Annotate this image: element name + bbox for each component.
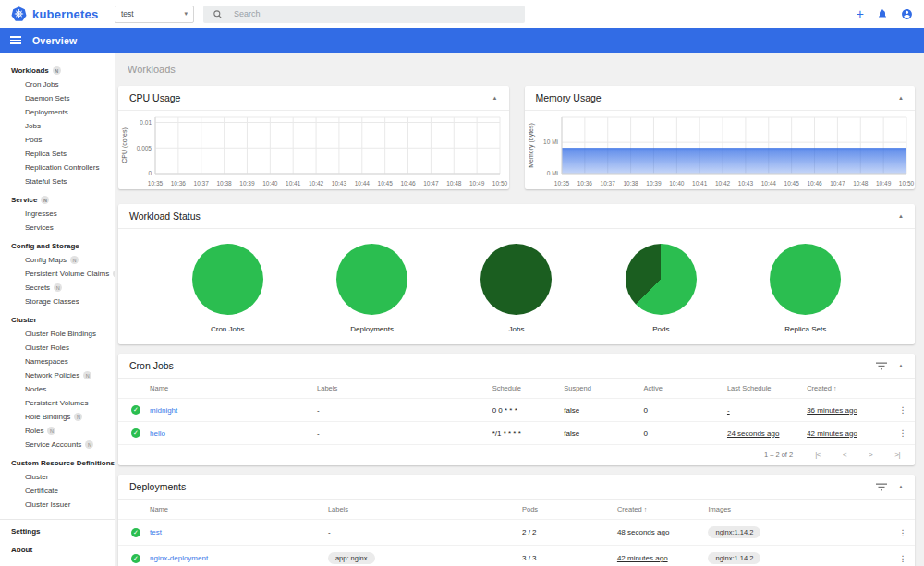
sidebar-item-replica-sets[interactable]: Replica Sets [0, 147, 115, 161]
notifications-bell-icon[interactable] [877, 8, 888, 19]
pie-chart [480, 244, 552, 315]
column-header-name[interactable]: Name [146, 379, 313, 399]
last-page-button[interactable]: >| [894, 451, 900, 459]
sidebar-item-cluster[interactable]: Cluster [0, 470, 115, 484]
sidebar-item-replication-controllers[interactable]: Replication Controllers [0, 161, 115, 175]
sidebar-section-config-and-storage[interactable]: Config and Storage [0, 239, 115, 253]
sidebar-item-role-bindings[interactable]: Role BindingsN [0, 410, 115, 424]
sidebar-item-namespaces[interactable]: Namespaces [0, 355, 115, 368]
sidebar-item-cluster-issuer[interactable]: Cluster Issuer [0, 498, 115, 512]
sidebar-section-custom-resource-definitions[interactable]: Custom Resource Definitions [0, 456, 115, 470]
sidebar-item-cron-jobs[interactable]: Cron Jobs [0, 78, 115, 91]
svg-text:10:40: 10:40 [669, 180, 685, 187]
sidebar-item-roles[interactable]: RolesN [0, 424, 115, 438]
row-menu-icon[interactable]: ⋮ [899, 554, 907, 563]
pie-chart [626, 244, 697, 315]
search-input[interactable] [234, 9, 516, 18]
column-header-pods[interactable]: Pods [518, 500, 614, 520]
sidebar-item-config-maps[interactable]: Config MapsN [0, 253, 115, 267]
cell-last-schedule[interactable]: 24 seconds ago [727, 429, 780, 438]
brand[interactable]: kubernetes [11, 6, 115, 21]
cell-created[interactable]: 42 minutes ago [617, 554, 668, 562]
sidebar-item-ingresses[interactable]: Ingresses [0, 207, 115, 221]
column-header-last-schedule[interactable]: Last Schedule [723, 379, 803, 399]
sidebar-item-jobs[interactable]: Jobs [0, 119, 115, 133]
status-ok-icon: ✓ [131, 428, 140, 438]
sidebar-section-cluster[interactable]: Cluster [0, 313, 115, 327]
deployment-name-link[interactable]: nginx-deployment [150, 554, 208, 562]
first-page-button[interactable]: |< [815, 451, 821, 459]
svg-text:10:44: 10:44 [760, 180, 776, 187]
sidebar-item-storage-classes[interactable]: Storage Classes [0, 295, 115, 308]
sidebar-item-pods[interactable]: Pods [0, 133, 115, 147]
svg-text:10:35: 10:35 [553, 180, 569, 187]
table-row[interactable]: ✓ hello - */1 * * * * false 0 24 seconds… [118, 422, 915, 445]
svg-text:10:45: 10:45 [378, 180, 394, 187]
row-menu-icon[interactable]: ⋮ [898, 405, 906, 415]
sidebar-item-network-policies[interactable]: Network PoliciesN [0, 368, 115, 382]
table-row[interactable]: ✓ nginx-deployment app: nginx 3 / 3 42 m… [118, 546, 915, 566]
column-header-active[interactable]: Active [639, 379, 723, 399]
sidebar-item-nodes[interactable]: Nodes [0, 382, 115, 396]
column-header-suspend[interactable]: Suspend [560, 379, 639, 399]
next-page-button[interactable]: > [869, 451, 872, 459]
deployment-name-link[interactable]: test [150, 528, 162, 536]
column-header-created[interactable]: Created ↑ [614, 500, 705, 520]
column-header-images[interactable]: Images [704, 500, 891, 520]
svg-text:10:38: 10:38 [623, 180, 638, 187]
sidebar-item-daemon-sets[interactable]: Daemon Sets [0, 91, 115, 105]
column-header-schedule[interactable]: Schedule [489, 379, 561, 399]
row-menu-icon[interactable]: ⋮ [899, 528, 907, 537]
sidebar-item-cluster-roles[interactable]: Cluster Roles [0, 341, 115, 355]
sidebar-item-settings[interactable]: Settings [0, 524, 115, 538]
cronjob-name-link[interactable]: midnight [150, 406, 177, 415]
sidebar-section-service[interactable]: ServiceN [0, 193, 115, 207]
namespace-selector[interactable]: test ▾ [115, 6, 194, 23]
cell-active: 0 [639, 422, 723, 445]
sidebar-item-service-accounts[interactable]: Service AccountsN [0, 438, 115, 452]
sidebar-item-persistent-volumes[interactable]: Persistent Volumes [0, 396, 115, 410]
workload-pie-pods: Pods [626, 244, 697, 333]
column-header-labels[interactable]: Labels [313, 379, 489, 399]
sidebar-item-services[interactable]: Services [0, 221, 115, 235]
status-ok-icon: ✓ [131, 554, 140, 563]
sidebar-item-persistent-volume-claims[interactable]: Persistent Volume ClaimsN [0, 267, 115, 281]
svg-text:10:40: 10:40 [262, 180, 278, 187]
cronjob-name-link[interactable]: hello [150, 429, 165, 438]
column-header-labels[interactable]: Labels [324, 500, 518, 520]
collapse-icon[interactable]: ▲ [492, 95, 498, 101]
create-resource-button[interactable]: + [857, 7, 864, 20]
collapse-icon[interactable]: ▲ [898, 363, 904, 368]
table-row[interactable]: ✓ test - 2 / 2 48 seconds ago nginx:1.14… [118, 520, 915, 546]
search-bar[interactable] [203, 6, 525, 23]
collapse-icon[interactable]: ▲ [898, 484, 904, 489]
sidebar-section-workloads[interactable]: WorkloadsN [0, 64, 115, 78]
column-header-name[interactable]: Name [146, 500, 324, 520]
collapse-icon[interactable]: ▲ [898, 95, 904, 101]
sidebar-item-cluster-role-bindings[interactable]: Cluster Role Bindings [0, 327, 115, 341]
cell-labels: - [324, 520, 518, 546]
column-header-created[interactable]: Created ↑ [803, 379, 891, 399]
sidebar-item-about[interactable]: About [0, 543, 115, 557]
table-row[interactable]: ✓ midnight - 0 0 * * * false 0 - 36 minu… [118, 399, 915, 422]
menu-hamburger-icon[interactable] [10, 36, 21, 44]
user-account-icon[interactable] [901, 8, 913, 20]
sidebar-divider [0, 519, 115, 520]
cell-last-schedule[interactable]: - [727, 406, 730, 415]
sidebar-item-secrets[interactable]: SecretsN [0, 281, 115, 295]
cell-created[interactable]: 36 minutes ago [807, 406, 857, 415]
sidebar-item-stateful-sets[interactable]: Stateful Sets [0, 175, 115, 188]
collapse-icon[interactable]: ▲ [898, 213, 904, 219]
sidebar-item-deployments[interactable]: Deployments [0, 105, 115, 119]
app-nav-bar: Overview [0, 28, 924, 53]
cpu-usage-chart: 00.0050.0110:3510:3610:3710:3810:3910:40… [118, 111, 509, 189]
cell-created[interactable]: 48 seconds ago [617, 528, 670, 536]
filter-icon[interactable] [876, 362, 887, 370]
sidebar-item-certificate[interactable]: Certificate [0, 484, 115, 498]
row-menu-icon[interactable]: ⋮ [898, 428, 906, 438]
cell-created[interactable]: 42 minutes ago [807, 429, 857, 438]
filter-icon[interactable] [876, 483, 887, 491]
svg-text:10:39: 10:39 [646, 180, 662, 187]
workload-status-card: Workload Status ▲ Cron JobsDeploymentsJo… [118, 204, 915, 344]
previous-page-button[interactable]: < [843, 451, 846, 459]
